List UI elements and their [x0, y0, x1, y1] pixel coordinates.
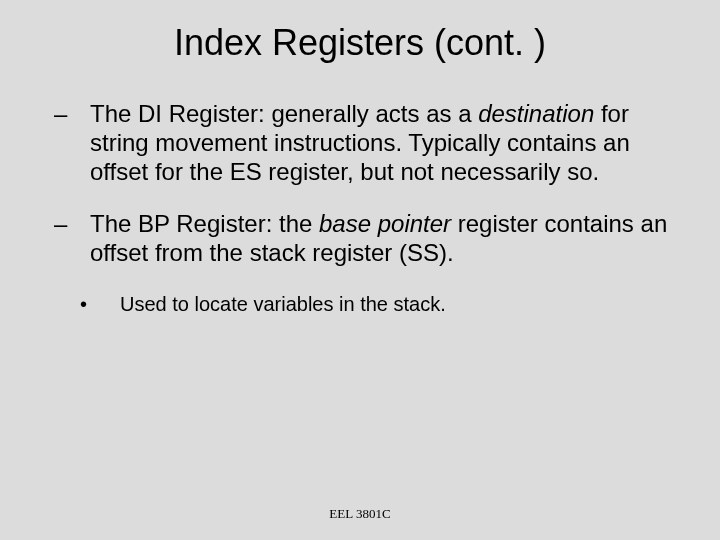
subbullet-text: Used to locate variables in the stack. [120, 293, 446, 315]
dash-icon: – [72, 100, 90, 129]
dash-icon: – [72, 210, 90, 239]
bullet-dot-icon: • [100, 292, 120, 316]
bullet-text-em: destination [478, 100, 594, 127]
slide: Index Registers (cont. ) –The DI Registe… [0, 0, 720, 540]
slide-footer: EEL 3801C [0, 506, 720, 522]
slide-title: Index Registers (cont. ) [0, 22, 720, 64]
bullet-text-em: base pointer [319, 210, 451, 237]
subbullet-stack-variables: •Used to locate variables in the stack. [100, 292, 670, 316]
bullet-text-prefix: The DI Register: generally acts as a [90, 100, 478, 127]
bullet-di-register: –The DI Register: generally acts as a de… [50, 100, 670, 186]
slide-body: –The DI Register: generally acts as a de… [50, 100, 670, 316]
bullet-text-prefix: The BP Register: the [90, 210, 319, 237]
bullet-bp-register: –The BP Register: the base pointer regis… [50, 210, 670, 268]
